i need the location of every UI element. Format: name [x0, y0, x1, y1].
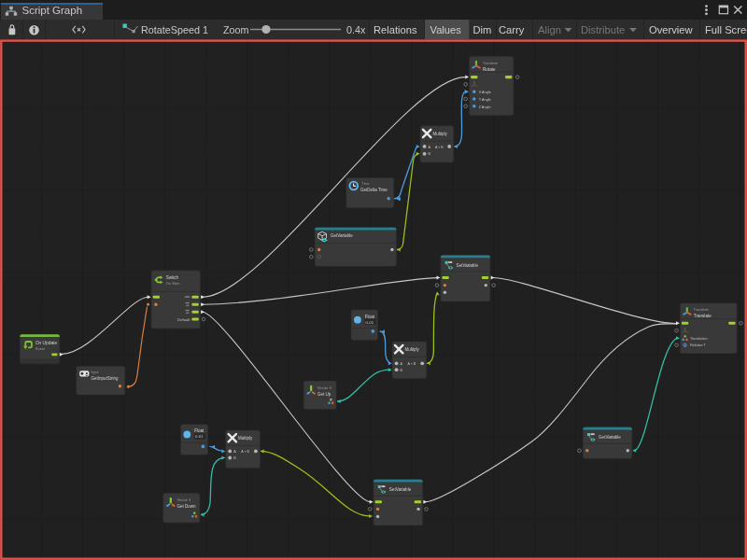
svg-text:Overview: Overview [649, 24, 694, 35]
svg-text:0.01: 0.01 [195, 434, 204, 439]
svg-text:Dim: Dim [473, 24, 492, 35]
svg-text:Multiply: Multiply [432, 132, 447, 136]
svg-text:Values: Values [430, 24, 462, 35]
svg-text:Time: Time [362, 182, 370, 186]
svg-text:A × B: A × B [241, 450, 249, 454]
svg-text:Get Down: Get Down [177, 504, 197, 509]
svg-text:Default: Default [177, 317, 190, 322]
svg-text:SetVariable: SetVariable [457, 263, 479, 268]
svg-text:Y Angle: Y Angle [479, 98, 491, 102]
svg-text:0.4x: 0.4x [346, 24, 366, 35]
svg-text:Full Screen: Full Screen [705, 24, 747, 35]
svg-text:X Angle: X Angle [479, 91, 491, 94]
svg-text:Relative T: Relative T [690, 343, 707, 347]
svg-text:Translate: Translate [694, 314, 712, 318]
svg-text:Relations: Relations [374, 24, 417, 35]
svg-text:A × B: A × B [435, 146, 444, 149]
svg-text:Multiply: Multiply [404, 347, 419, 352]
svg-text:Vector 3: Vector 3 [177, 497, 191, 502]
svg-text:Z Angle: Z Angle [479, 105, 491, 109]
svg-text:A × B: A × B [408, 362, 416, 366]
svg-text:Switch: Switch [166, 275, 179, 280]
svg-text:Translation: Translation [690, 337, 708, 341]
svg-text:On Update: On Update [35, 341, 58, 345]
svg-text:RotateSpeed 1: RotateSpeed 1 [141, 24, 208, 35]
svg-text:Event: Event [35, 347, 46, 351]
svg-text:Input: Input [92, 371, 99, 374]
svg-text:Get Up: Get Up [317, 392, 331, 397]
svg-text:SetVariable: SetVariable [389, 487, 412, 492]
svg-text:Align: Align [538, 24, 561, 35]
svg-text:GetVariable: GetVariable [331, 233, 353, 238]
svg-text:Vector 3: Vector 3 [317, 385, 331, 390]
svg-text:Zoom: Zoom [223, 24, 249, 35]
svg-text:GetInputString: GetInputString [92, 376, 120, 381]
svg-text:0.01: 0.01 [366, 320, 374, 325]
svg-text:Script Graph: Script Graph [22, 5, 83, 16]
svg-text:GetDelta Time: GetDelta Time [360, 188, 388, 192]
svg-text:GetVariable: GetVariable [599, 435, 621, 440]
svg-text:Rotate: Rotate [483, 67, 496, 72]
svg-text:Transform: Transform [694, 308, 709, 312]
svg-text:Float: Float [194, 428, 204, 433]
svg-text:Transform: Transform [483, 62, 498, 65]
svg-text:Distribute: Distribute [581, 24, 625, 35]
svg-text:Multiply: Multiply [238, 436, 253, 441]
svg-text:On Strin: On Strin [166, 281, 180, 286]
svg-text:Float: Float [365, 315, 375, 319]
svg-text:Carry: Carry [499, 24, 525, 35]
